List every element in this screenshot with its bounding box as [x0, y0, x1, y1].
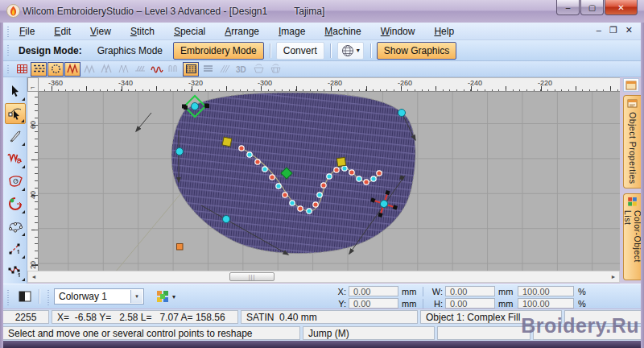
circle-tool[interactable]	[5, 193, 26, 214]
palette-icon	[156, 290, 169, 303]
scale-y-input[interactable]: 100.00	[518, 298, 574, 309]
pattern-grid-icon[interactable]	[14, 62, 30, 77]
menu-file[interactable]: File	[14, 24, 40, 39]
mdi-close-button[interactable]: ✕	[625, 25, 633, 35]
closed-shape-tool[interactable]	[5, 171, 26, 192]
zigzag-fill-icon[interactable]	[64, 62, 80, 77]
w-label: W:	[428, 287, 443, 296]
tab-label: Object Properties	[628, 112, 638, 184]
graphics-mode-button[interactable]: Graphics Mode	[90, 42, 170, 60]
x-input[interactable]: 0.00	[349, 286, 398, 296]
h-input[interactable]: 0.00	[445, 298, 495, 309]
minimize-button[interactable]: –	[556, 0, 580, 15]
trapunto-icon[interactable]	[250, 62, 266, 77]
h-unit: mm	[498, 299, 518, 309]
basket-weave-icon[interactable]	[267, 62, 283, 77]
satin-peaks-icon[interactable]	[98, 62, 114, 77]
motif-fill-icon[interactable]	[47, 62, 64, 77]
palette-button[interactable]: ▾	[154, 288, 178, 304]
toolbar-grip	[6, 25, 10, 37]
show-graphics-button[interactable]: Show Graphics	[377, 42, 456, 60]
reshape-tool[interactable]	[5, 103, 26, 124]
menu-arrange[interactable]: Arrange	[219, 24, 265, 39]
run-tool[interactable]	[5, 238, 26, 259]
y-label: Y:	[332, 299, 346, 309]
fill-sample-icon[interactable]	[183, 62, 199, 77]
node-handle[interactable]	[184, 106, 188, 110]
color-object-list-icon	[627, 197, 638, 207]
node-handle[interactable]	[205, 104, 209, 108]
x-unit: mm	[402, 287, 421, 296]
colorway-editor-button[interactable]	[15, 288, 35, 305]
colorway-select[interactable]: Colorway 1 ▾	[54, 288, 144, 304]
circle-arc-icon	[8, 197, 23, 211]
close-button[interactable]: ✕	[605, 0, 638, 15]
knife-tool[interactable]	[5, 126, 26, 147]
ruler-label: -240	[468, 79, 482, 87]
hoop-globe-button[interactable]: ▾	[337, 42, 364, 60]
menu-edit[interactable]: Edit	[48, 24, 76, 39]
horizontal-ruler[interactable]: -360 -340 -320 -300 -280 -260 -240 -220	[39, 77, 620, 92]
stitch-lines-icon[interactable]	[200, 62, 216, 77]
mdi-minimize-button[interactable]: –	[597, 25, 601, 35]
satin-narrow-icon[interactable]	[115, 62, 131, 77]
app-flame-icon	[6, 4, 20, 18]
y-input[interactable]: 0.00	[349, 298, 398, 309]
menu-machine[interactable]: Machine	[319, 24, 366, 39]
run-line-icon	[8, 242, 23, 256]
run-stitch-icon[interactable]	[149, 62, 165, 77]
flyout-icon	[22, 97, 25, 101]
separator	[370, 44, 371, 58]
complex-fill-icon	[8, 220, 23, 233]
vertical-ruler[interactable]: 60 40 20	[27, 92, 39, 271]
maximize-button[interactable]: ▢	[580, 0, 604, 15]
colorway-toolbar: Colorway 1 ▾ ▾ X: 0.00 mm W: 0.00 mm 100…	[3, 284, 641, 309]
menu-stitch[interactable]: Stitch	[125, 24, 160, 39]
step-fill-icon[interactable]	[81, 62, 97, 77]
scroll-right-icon[interactable]: ►	[608, 271, 619, 282]
design-mode-label: Design Mode:	[19, 45, 82, 56]
lettering-tool[interactable]	[5, 148, 26, 169]
complex-fill-tool[interactable]	[5, 216, 26, 237]
embroidery-design[interactable]	[39, 92, 620, 271]
machine-function: Jump (M)	[303, 326, 435, 340]
tab-object-properties[interactable]: Object Properties	[623, 95, 641, 188]
e-stitch-icon[interactable]	[132, 62, 148, 77]
motif-run-icon[interactable]	[166, 62, 182, 77]
scroll-left-icon[interactable]: ◄	[28, 271, 39, 282]
dropdown-arrow-icon[interactable]: ▾	[130, 290, 142, 303]
colorway-editor-icon	[19, 291, 31, 302]
manual-stitch-icon	[8, 264, 23, 279]
svg-text:3D: 3D	[236, 65, 246, 74]
menu-help[interactable]: Help	[428, 24, 460, 39]
tatami-fill-icon[interactable]	[31, 62, 47, 77]
menu-window[interactable]: Window	[375, 24, 421, 39]
object-properties-icon	[627, 98, 638, 109]
status-cell-empty	[437, 326, 530, 340]
menu-image[interactable]: Image	[273, 24, 311, 39]
embroidery-mode-button[interactable]: Embroidery Mode	[173, 42, 264, 60]
horizontal-scrollbar[interactable]: ◄ ||| ►	[27, 271, 620, 283]
hatch-icon[interactable]	[217, 62, 233, 77]
closed-shape-icon	[8, 175, 23, 188]
select-tool[interactable]	[5, 81, 26, 102]
toolbar-grip	[6, 44, 10, 58]
scale-x-input[interactable]: 100.00	[518, 286, 574, 296]
menu-special[interactable]: Special	[168, 24, 211, 39]
flyout-icon	[22, 233, 25, 236]
manual-stitch-tool[interactable]	[5, 261, 26, 282]
panel-toggle-button[interactable]	[623, 78, 639, 92]
flyout-icon	[22, 165, 25, 168]
threeD-effect-icon[interactable]: 3D	[233, 62, 250, 77]
flyout-icon	[22, 255, 25, 259]
ruler-origin-button[interactable]: ⌐	[27, 77, 39, 92]
design-canvas[interactable]	[39, 92, 620, 271]
convert-button[interactable]: Convert	[276, 42, 324, 60]
stitch-count: 2255	[2, 310, 49, 324]
menu-view[interactable]: View	[85, 24, 117, 39]
tab-color-object-list[interactable]: Color-Object List	[623, 193, 641, 280]
mdi-restore-button[interactable]: ❐	[609, 25, 617, 35]
scrollbar-thumb[interactable]: |||	[229, 272, 275, 281]
entry-point-node[interactable]	[177, 244, 184, 251]
w-input[interactable]: 0.00	[445, 286, 495, 296]
